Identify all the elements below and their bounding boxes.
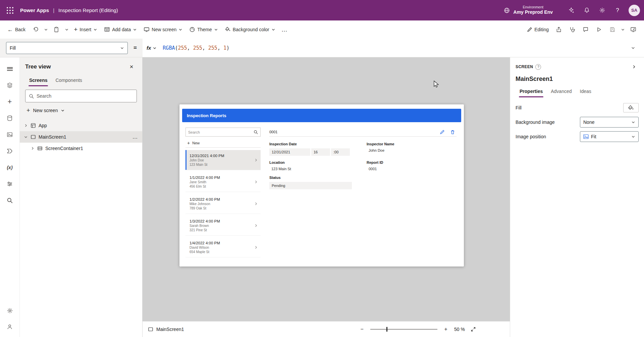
record-search-input[interactable] bbox=[188, 130, 254, 134]
share-button[interactable] bbox=[552, 23, 566, 36]
rail-insert-button[interactable]: + bbox=[3, 95, 16, 108]
field-report-id: Report ID 0001 bbox=[367, 160, 457, 171]
property-selector[interactable]: Fill bbox=[6, 42, 128, 54]
rail-power-automate-button[interactable] bbox=[3, 144, 16, 158]
design-canvas[interactable]: Inspection Reports + New bbox=[143, 57, 510, 321]
tree-new-screen-button[interactable]: + New screen bbox=[25, 103, 66, 118]
tab-screens[interactable]: Screens bbox=[25, 74, 51, 86]
zoom-slider[interactable] bbox=[370, 326, 437, 333]
field-inspection-date: Inspection Date 12/31/2021 16 :00 bbox=[269, 142, 367, 156]
new-record-button[interactable]: + New bbox=[185, 138, 261, 148]
image-icon bbox=[583, 134, 589, 139]
app-checker-button[interactable] bbox=[566, 23, 579, 36]
record-list-item[interactable]: 1/3/2022 4:00 PM Sarah Brown 321 Pine St bbox=[185, 215, 261, 236]
inspection-date-input[interactable]: 12/31/2021 bbox=[269, 148, 310, 156]
undo-icon bbox=[33, 27, 39, 33]
settings-button[interactable] bbox=[594, 3, 610, 18]
app-name[interactable]: Power Apps bbox=[20, 7, 49, 13]
property-row-background-image: Background image None bbox=[516, 116, 639, 128]
add-data-button[interactable]: Add data bbox=[101, 23, 140, 36]
rail-settings-button[interactable] bbox=[3, 304, 16, 317]
record-list-item[interactable]: 1/1/2022 4:00 PM Jane Smith 456 Elm St bbox=[185, 172, 261, 192]
tree-view-tabs: Screens Components bbox=[25, 74, 137, 86]
app-preview[interactable]: Inspection Reports + New bbox=[179, 104, 464, 267]
tree-search-input[interactable] bbox=[37, 93, 133, 99]
undo-dropdown[interactable] bbox=[42, 23, 50, 36]
avatar[interactable]: SA bbox=[629, 5, 640, 16]
tree-item-mainscreen1[interactable]: MainScreen1 … bbox=[20, 131, 142, 143]
back-button[interactable]: ← Back bbox=[4, 23, 29, 36]
rail-variables-button[interactable]: (x) bbox=[3, 161, 16, 174]
comments-button[interactable] bbox=[579, 23, 592, 36]
rail-tree-view-button[interactable] bbox=[3, 79, 16, 92]
chevron-right-icon bbox=[632, 64, 636, 69]
field-label: Status bbox=[269, 176, 367, 180]
tab-advanced[interactable]: Advanced bbox=[547, 85, 576, 97]
tab-components[interactable]: Components bbox=[51, 74, 86, 86]
tab-properties[interactable]: Properties bbox=[516, 85, 547, 97]
zoom-slider-thumb[interactable] bbox=[386, 327, 387, 332]
undo-button[interactable] bbox=[29, 23, 42, 36]
zoom-in-button[interactable]: + bbox=[441, 325, 450, 334]
help-button[interactable]: ? bbox=[610, 3, 625, 18]
tree-item-app[interactable]: App bbox=[20, 120, 142, 131]
close-tree-view-button[interactable]: × bbox=[126, 61, 137, 72]
help-icon: ? bbox=[535, 64, 541, 70]
field-label: Inspector Name bbox=[367, 142, 457, 146]
rail-account-button[interactable] bbox=[3, 320, 16, 334]
edit-record-button[interactable] bbox=[440, 130, 445, 135]
rail-media-button[interactable] bbox=[3, 128, 16, 141]
mouse-cursor bbox=[434, 81, 439, 89]
tab-ideas[interactable]: Ideas bbox=[576, 85, 595, 97]
publish-button[interactable] bbox=[627, 23, 640, 36]
collapse-rail-button[interactable] bbox=[3, 62, 16, 76]
screen-edit-icon bbox=[630, 27, 636, 33]
status-input[interactable]: Pending bbox=[269, 182, 352, 189]
properties-panel: SCREEN ? MainScreen1 Properties Advanced… bbox=[510, 57, 644, 337]
editing-mode-button[interactable]: Editing bbox=[524, 23, 552, 36]
current-screen-indicator[interactable]: MainScreen1 bbox=[148, 327, 184, 332]
inspection-minute-input[interactable]: :00 bbox=[331, 148, 350, 156]
plus-icon: + bbox=[8, 98, 12, 105]
tree-item-screencontainer1[interactable]: ScreenContainer1 bbox=[20, 143, 142, 154]
record-list-item[interactable]: 1/2/2022 4:00 PM Mike Johnson 789 Oak St bbox=[185, 194, 261, 214]
save-options-dropdown[interactable] bbox=[619, 23, 627, 36]
formula-bar-expand-button[interactable] bbox=[625, 39, 641, 57]
rail-search-button[interactable] bbox=[3, 194, 16, 207]
toolbar-overflow-button[interactable]: … bbox=[279, 26, 290, 33]
record-search-box[interactable] bbox=[185, 128, 261, 137]
background-image-select[interactable]: None bbox=[580, 117, 639, 128]
environment-picker[interactable]: Environment Amy Preprod Env bbox=[497, 0, 559, 20]
preview-play-button[interactable] bbox=[592, 23, 606, 36]
fx-dropdown[interactable]: fx bbox=[147, 45, 157, 51]
notifications-button[interactable] bbox=[579, 3, 594, 18]
rail-advanced-tools-button[interactable] bbox=[3, 177, 16, 191]
theme-button[interactable]: Theme bbox=[186, 23, 221, 36]
tree-search-box[interactable] bbox=[25, 90, 137, 102]
delete-record-button[interactable] bbox=[450, 130, 455, 135]
rail-data-button[interactable] bbox=[3, 111, 16, 125]
collapse-panel-button[interactable] bbox=[629, 62, 639, 71]
paste-button[interactable] bbox=[50, 23, 63, 36]
background-color-button[interactable]: Background color bbox=[221, 23, 279, 36]
zoom-out-button[interactable]: − bbox=[358, 325, 366, 334]
waffle-menu-button[interactable] bbox=[0, 0, 20, 20]
record-list-item[interactable]: 12/31/2021 4:00 PM John Doe 123 Main St bbox=[185, 150, 261, 170]
image-position-select[interactable]: Fit bbox=[580, 131, 639, 142]
theme-palette-icon bbox=[189, 27, 195, 33]
insert-button[interactable]: + Insert bbox=[70, 23, 101, 36]
tree-item-more-button[interactable]: … bbox=[132, 134, 139, 140]
formula-input[interactable]: RGBA(255, 255, 255, 1) bbox=[163, 45, 625, 51]
fill-color-button[interactable] bbox=[623, 103, 639, 112]
chevron-down-icon bbox=[44, 28, 48, 32]
new-screen-button[interactable]: New screen bbox=[140, 23, 186, 36]
inspection-hour-input[interactable]: 16 bbox=[311, 148, 330, 156]
save-button[interactable] bbox=[606, 23, 619, 36]
fit-to-window-button[interactable] bbox=[469, 325, 478, 334]
pencil-icon bbox=[440, 130, 445, 135]
record-list-item[interactable]: 1/4/2022 4:00 PM David Wilson 654 Maple … bbox=[185, 237, 261, 257]
chevron-down-icon bbox=[61, 108, 65, 112]
left-rail: + (x) bbox=[0, 57, 20, 337]
copilot-button[interactable] bbox=[564, 3, 579, 18]
paste-dropdown[interactable] bbox=[63, 23, 70, 36]
